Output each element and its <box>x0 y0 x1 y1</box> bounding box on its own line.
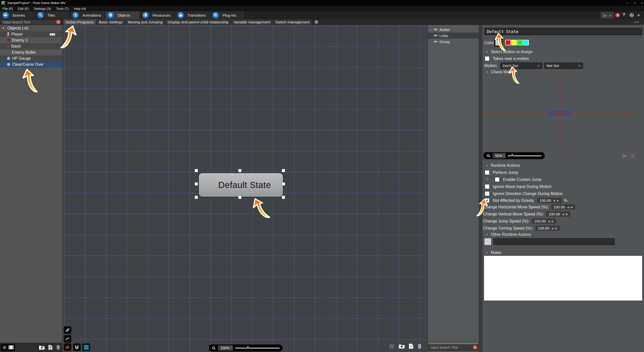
speed-value-box[interactable]: 100.00◀▶ <box>535 226 560 231</box>
collapse-left-icon[interactable]: ◂ <box>634 20 637 24</box>
tab-variable-management[interactable]: Variable management <box>231 19 273 25</box>
menu-help[interactable]: Help (H) <box>71 6 88 11</box>
tab-display-parent-child[interactable]: Display and parent-child relationship <box>165 19 231 25</box>
preview-stop-button[interactable]: ■ <box>629 153 636 159</box>
collapse-triangle-icon[interactable]: ▼ <box>2 27 5 30</box>
trash-icon[interactable] <box>56 345 60 350</box>
runtime-actions-header[interactable]: ▼ Runtime Actions <box>486 163 520 168</box>
state-node-default-state[interactable]: Default State <box>198 173 283 197</box>
minimize-button[interactable]: – <box>624 0 630 6</box>
spin-up-icon[interactable]: ▶ <box>555 227 557 230</box>
settings-gear-icon[interactable] <box>629 12 634 18</box>
spin-up-icon[interactable]: ▶ <box>571 205 573 209</box>
panel-item-group[interactable]: Group <box>428 39 479 45</box>
panel-item-links[interactable]: Links <box>428 33 479 39</box>
enable-custom-jump-row[interactable]: └ Enable Custom Jump <box>486 177 541 182</box>
state-name-field[interactable] <box>484 28 642 35</box>
zoom-minus[interactable]: − <box>503 156 505 158</box>
not-affected-gravity-row[interactable]: ✓ Not Affected by Gravity 100.00 ◀ ▶ % <box>485 198 567 203</box>
film-strip-icon[interactable] <box>9 345 14 349</box>
toolbar-tab-animations[interactable]: Animations <box>70 11 105 19</box>
sidebar-item-player[interactable]: Player <box>0 31 62 37</box>
selection-handle-n[interactable] <box>238 169 242 172</box>
spin-down-icon[interactable]: ◀ <box>548 219 550 223</box>
selection-handle-se[interactable] <box>282 196 285 199</box>
notes-header[interactable]: ▼ Notes <box>486 250 501 255</box>
tab-moving-jumping[interactable]: Moving and Jumping <box>125 19 165 25</box>
collapse-triangle-icon[interactable]: ▼ <box>486 50 488 53</box>
sidebar-item-hp-gauge[interactable]: HP Gauge <box>0 55 62 61</box>
sidebar-item-enemy1[interactable]: Enemy 1 <box>0 37 62 43</box>
spin-down-icon[interactable]: ◀ <box>553 199 555 202</box>
preview-play-button[interactable]: ▶ <box>621 153 628 159</box>
spin-down-icon[interactable]: ◀ <box>562 212 564 216</box>
enable-custom-jump-checkbox[interactable] <box>495 177 500 182</box>
color-swatch-cyan[interactable] <box>523 40 529 45</box>
selection-handle-e[interactable] <box>282 182 285 186</box>
toolbar-tab-resources[interactable]: Resources <box>140 11 175 19</box>
zoom-stepper[interactable]: +− <box>231 346 232 350</box>
motion-secondary-dropdown[interactable]: Not Set ▼ <box>544 62 583 69</box>
collapse-triangle-icon[interactable]: ▼ <box>486 251 488 254</box>
speed-value-box[interactable]: 100.00◀▶ <box>532 218 556 224</box>
speed-value-box[interactable]: 100.00◀▶ <box>546 211 570 217</box>
snap-magnet-button[interactable] <box>73 343 81 351</box>
selection-handle-nw[interactable] <box>195 169 198 172</box>
trash-icon[interactable] <box>417 343 422 349</box>
perform-jump-checkbox[interactable] <box>485 170 490 175</box>
link-tool-button[interactable] <box>64 326 71 334</box>
close-button[interactable]: × <box>638 0 644 6</box>
add-runtime-action-button[interactable] <box>484 238 491 245</box>
run-icon[interactable]: ▶ <box>638 13 640 17</box>
runtime-action-slot[interactable] <box>493 238 615 245</box>
toolbar-tab-objects[interactable]: Objects <box>105 11 140 19</box>
color-swatch-yellow[interactable] <box>511 40 517 45</box>
links-search[interactable]: × <box>428 344 478 351</box>
ignore-direction-change-row[interactable]: Ignore Direction Change During Motion <box>485 191 563 196</box>
slider-thumb[interactable] <box>510 153 514 156</box>
help-icon[interactable]: ? <box>623 12 625 17</box>
add-page-icon[interactable] <box>48 345 53 350</box>
canvas-zoom-value[interactable]: 200% +− <box>218 345 233 351</box>
slider-track[interactable] <box>235 348 280 348</box>
add-folder-icon[interactable] <box>399 344 405 349</box>
gear-icon[interactable] <box>2 345 7 350</box>
spin-down-icon[interactable]: ◀ <box>551 227 553 230</box>
slider-thumb[interactable] <box>246 346 250 348</box>
ignore-move-input-checkbox[interactable] <box>485 184 490 189</box>
menu-tools[interactable]: Tools (T) <box>53 6 71 11</box>
tab-settings-gear-icon[interactable] <box>314 20 319 24</box>
panel-item-action[interactable]: › Action <box>428 26 479 33</box>
clear-search-icon[interactable]: × <box>56 20 60 24</box>
reset-icon[interactable] <box>615 13 620 17</box>
spin-up-icon[interactable]: ▶ <box>566 212 568 216</box>
ignore-move-input-row[interactable]: Ignore Move Input During Motion <box>485 184 552 189</box>
tab-switch-management[interactable]: Switch management <box>273 19 312 25</box>
tab-basic-settings[interactable]: Basic Settings <box>96 19 125 25</box>
notes-textarea[interactable] <box>484 255 642 301</box>
maximize-button[interactable]: □ <box>631 0 638 6</box>
menu-file[interactable]: File (F) <box>0 6 15 11</box>
collapse-triangle-icon[interactable]: ▼ <box>486 233 488 236</box>
sidebar-item-enemy-bullet[interactable]: · Enemy Bullet <box>0 49 62 55</box>
add-page-icon[interactable] <box>409 343 413 349</box>
spin-up-icon[interactable]: ▶ <box>552 219 554 223</box>
selection-handle-w[interactable] <box>195 182 198 186</box>
selection-handle-s[interactable] <box>238 196 242 199</box>
menu-edit[interactable]: Edit (E) <box>15 6 31 11</box>
list-icon[interactable] <box>389 344 395 349</box>
search-input[interactable] <box>3 20 56 24</box>
gravity-value-box[interactable]: 100.00 ◀ ▶ <box>537 198 561 203</box>
toolbar-tab-scenes[interactable]: Scenes <box>0 11 35 19</box>
preview-zoom-value[interactable]: 50% +− <box>493 153 506 158</box>
toolbar-tab-tiles[interactable]: Tiles <box>35 11 70 19</box>
zoom-minus[interactable]: − <box>231 348 232 350</box>
redo-curve-tool-button[interactable] <box>64 335 71 343</box>
play-from-start-icon[interactable]: ▶ <box>603 13 607 17</box>
toolbar-tab-transitions[interactable]: Transitions <box>175 11 210 19</box>
spin-up-icon[interactable]: ▶ <box>557 199 559 202</box>
canvas-zoom-slider[interactable] <box>235 344 280 351</box>
sidebar-item-slash[interactable]: - Slash <box>0 43 62 49</box>
preview-zoom-slider[interactable] <box>508 152 542 159</box>
takes-over-motion-row[interactable]: Takes over a motion <box>485 56 529 61</box>
